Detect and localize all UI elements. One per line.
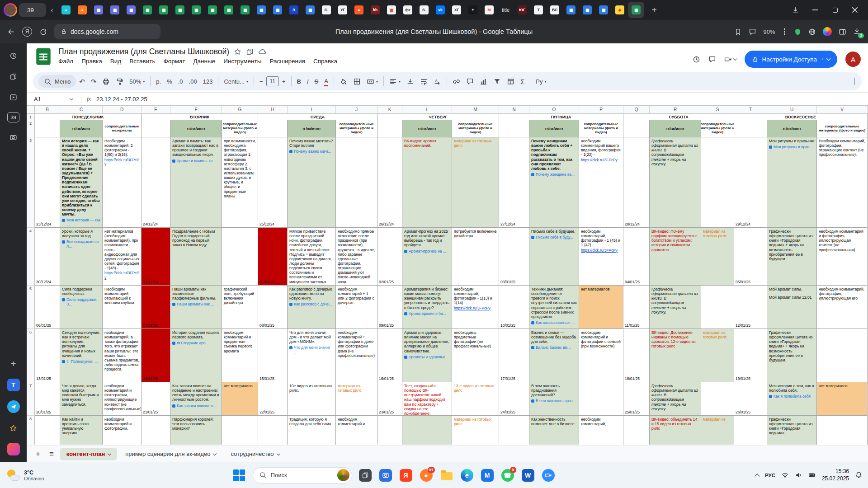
materials-cell[interactable] bbox=[336, 137, 377, 228]
yandex-browser-icon[interactable]: Я bbox=[399, 468, 413, 483]
column-header[interactable]: Q bbox=[623, 106, 650, 113]
folder-icon[interactable] bbox=[439, 468, 454, 483]
date-cell[interactable]: 13/01/25 bbox=[35, 329, 60, 382]
downloads-tray[interactable]: 3 bbox=[853, 27, 861, 36]
browser-tab[interactable]: ▦ bbox=[237, 2, 253, 18]
date-cell[interactable]: 26/01/25 bbox=[734, 382, 767, 416]
date-cell[interactable]: 03/01/25 bbox=[499, 228, 529, 286]
column-header[interactable]: O bbox=[529, 106, 579, 113]
bookmark-icon[interactable] bbox=[734, 28, 742, 36]
date-cell[interactable]: 18/01/25 bbox=[623, 329, 650, 382]
doc-chip-link[interactable]: Аромат-прогноз на ... bbox=[404, 249, 450, 254]
date-cell[interactable]: 12/01/25 bbox=[734, 286, 767, 329]
screenshot-icon[interactable] bbox=[8, 131, 19, 143]
cell-link[interactable]: https://clck.ru/3FPcPy bbox=[581, 158, 621, 163]
menu-item[interactable]: Правка bbox=[78, 57, 106, 66]
browser-tab[interactable]: УГ bbox=[335, 2, 351, 18]
materials-header[interactable]: сопроводительные материалы (фото и видео… bbox=[336, 120, 377, 137]
channels-header[interactable]: тг/вк/инст bbox=[170, 120, 222, 137]
date-cell[interactable]: 26/12/24 bbox=[377, 137, 402, 228]
date-column-cell[interactable] bbox=[623, 120, 650, 137]
date-cell[interactable]: 24/12/24 bbox=[142, 137, 170, 228]
volume-icon[interactable] bbox=[795, 471, 802, 479]
clock[interactable]: 15:36 25.02.2025 bbox=[822, 468, 849, 482]
content-cell[interactable]: Тест, созданный с помощью ВК-инструменто… bbox=[402, 382, 452, 416]
materials-cell[interactable]: материал из bbox=[701, 416, 734, 445]
content-cell[interactable]: Аромат и память: как запахи возвращают н… bbox=[170, 137, 222, 228]
date-cell[interactable] bbox=[734, 416, 767, 445]
date-cell[interactable]: 05/01/25 bbox=[734, 228, 767, 286]
kebab-menu-icon[interactable] bbox=[784, 31, 786, 33]
column-header[interactable]: T bbox=[734, 106, 767, 113]
materials-cell[interactable]: необходим комментарий, фотография, иллюс… bbox=[817, 286, 868, 329]
recorder-icon[interactable]: ●01 bbox=[419, 468, 434, 483]
channels-header[interactable]: тг/вк/инст bbox=[650, 120, 701, 137]
materials-cell[interactable]: необходим комментарий и фотографии с сем… bbox=[579, 329, 623, 382]
doc-chip-link[interactable]: Сила поддержки. З... bbox=[62, 298, 100, 307]
day-header[interactable]: СУББОТА bbox=[623, 114, 734, 120]
content-cell[interactable]: Письмо себе в будущее.Письмо себе в буду… bbox=[529, 228, 579, 286]
toolbar-button[interactable]: B bbox=[294, 75, 304, 88]
fill-color-button[interactable] bbox=[337, 75, 350, 88]
toolbar-button[interactable]: Ру▾ bbox=[533, 75, 549, 88]
channels-header[interactable]: тг/вк/инст bbox=[288, 120, 336, 137]
photos-app-icon[interactable] bbox=[378, 468, 393, 483]
meet-button[interactable] bbox=[724, 56, 736, 63]
row-header[interactable]: 1 bbox=[27, 114, 35, 120]
date-cell[interactable]: 10/01/25 bbox=[499, 286, 529, 329]
content-cell[interactable]: Графически оформленная цитата из книги «… bbox=[767, 329, 817, 382]
date-cell[interactable] bbox=[499, 416, 529, 445]
vertical-align-button[interactable] bbox=[404, 75, 417, 88]
browser-tab[interactable]: ▦ bbox=[221, 2, 237, 18]
materials-cell[interactable]: необходим комментарий и фотографии, bbox=[103, 416, 142, 445]
text-wrap-button[interactable] bbox=[417, 75, 430, 88]
toolbar-button[interactable]: A bbox=[321, 75, 331, 88]
cell-link[interactable]: https://clck.ru/3FPcPy bbox=[454, 306, 497, 311]
column-header[interactable]: D bbox=[103, 106, 142, 113]
browser-tab[interactable]: BC bbox=[547, 2, 563, 18]
browser-tab[interactable]: ▦ bbox=[204, 2, 221, 18]
row-header[interactable]: 4 bbox=[27, 228, 35, 286]
browser-tab[interactable]: ХГ bbox=[448, 2, 465, 18]
weather-widget[interactable]: 3°C Облачно bbox=[0, 469, 51, 482]
content-cell[interactable]: Парфюмерия королей: чем пользовались мон… bbox=[170, 416, 222, 445]
column-header[interactable]: I bbox=[288, 106, 336, 113]
comment-icon[interactable] bbox=[708, 56, 716, 63]
materials-cell[interactable]: необходим комментарий и фотографии, иллю… bbox=[103, 382, 142, 416]
toolbar-button[interactable]: р. bbox=[153, 75, 164, 88]
doc-chip-link[interactable]: Все складывается л... bbox=[62, 240, 100, 249]
toolbar-button[interactable]: .00 bbox=[186, 75, 200, 88]
content-cell[interactable]: Как разговор с дочерью вдохновил меня на… bbox=[288, 286, 336, 329]
date-cell[interactable]: 08/01/25 bbox=[258, 286, 288, 329]
browser-tab[interactable]: M bbox=[481, 2, 497, 18]
row-header[interactable]: 6 bbox=[27, 329, 35, 382]
date-cell[interactable]: 25/01/25 bbox=[623, 382, 650, 416]
materials-cell[interactable] bbox=[222, 228, 258, 286]
borders-button[interactable] bbox=[350, 75, 363, 88]
date-cell[interactable]: 25/12/24 bbox=[258, 137, 288, 228]
materials-header[interactable]: сопроводительные материалы (фото и видео… bbox=[579, 120, 623, 137]
day-header[interactable]: ВОСКРЕСЕНЬЕ bbox=[734, 114, 868, 120]
content-cell[interactable]: Мой аромат силы.Мой аромат силы 12.01 bbox=[767, 286, 817, 329]
doc-chip-link[interactable]: ☾ Полнолуние: ... bbox=[62, 360, 100, 364]
toolbar-button[interactable]: 11 bbox=[266, 76, 279, 86]
materials-cell[interactable]: потребуется включение дизайнера bbox=[452, 228, 499, 286]
chart-button[interactable] bbox=[477, 75, 490, 88]
materials-cell[interactable] bbox=[817, 329, 868, 382]
doc-chip-link[interactable]: Баланс бизнес вм... bbox=[531, 346, 577, 350]
functions-button[interactable]: Σ bbox=[518, 75, 527, 88]
date-column-cell[interactable] bbox=[734, 120, 767, 137]
date-cell[interactable]: 28/12/24 bbox=[623, 137, 650, 228]
date-cell[interactable] bbox=[623, 416, 650, 445]
date-cell[interactable] bbox=[258, 416, 288, 445]
materials-cell[interactable]: необходим комментарий, фотографии - 1(13… bbox=[452, 286, 499, 329]
content-cell[interactable]: Поздравление с Новым Годом и подарочный … bbox=[170, 228, 222, 286]
browser-tab[interactable]: фк bbox=[400, 2, 416, 18]
materials-cell[interactable] bbox=[579, 382, 623, 416]
menu-item[interactable]: Файл bbox=[55, 57, 77, 66]
doc-chip-link[interactable]: Что для меня значит ... bbox=[289, 346, 334, 355]
filter-button[interactable] bbox=[491, 75, 504, 88]
date-cell[interactable] bbox=[377, 416, 402, 445]
date-cell[interactable]: 04/01/25 bbox=[623, 228, 650, 286]
browser-tab[interactable]: Э bbox=[286, 2, 302, 18]
